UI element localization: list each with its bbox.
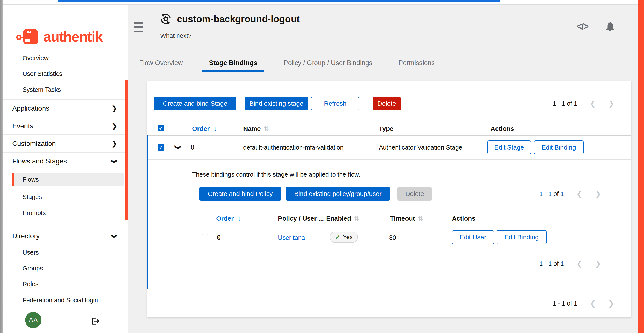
edit-stage-button[interactable]: Edit Stage	[487, 140, 531, 154]
tab-permissions[interactable]: Permissions	[392, 55, 441, 71]
tab-flow-overview[interactable]: Flow Overview	[133, 55, 189, 71]
expanded-bottom-rule	[148, 289, 620, 289]
pagination-prev-icon[interactable]: ❮	[576, 260, 582, 267]
notifications-bell-icon[interactable]	[604, 21, 616, 32]
sidebar-item-system-tasks[interactable]: System Tasks	[12, 83, 124, 97]
tab-stage-bindings[interactable]: Stage Bindings	[202, 55, 264, 71]
chevron-right-icon: ❯	[112, 105, 117, 112]
bind-existing-stage-button[interactable]: Bind existing stage	[245, 97, 308, 110]
sidebar-section-directory[interactable]: Directory ❯	[3, 227, 128, 244]
sort-icon: ⇅	[354, 215, 359, 222]
sidebar-item-label: Flows	[22, 176, 39, 183]
delete-button[interactable]: Delete	[373, 97, 401, 110]
row-expand-chevron-icon[interactable]: ❯	[174, 145, 182, 150]
pagination-prev-icon[interactable]: ❮	[590, 100, 596, 107]
hamburger-menu-icon[interactable]	[134, 22, 143, 32]
authentik-admin-screen: authentik Overview User Statistics Syste…	[0, 0, 644, 333]
inner-row-rule	[198, 249, 620, 249]
sidebar-item-user-statistics[interactable]: User Statistics	[12, 67, 124, 81]
delete-binding-button-disabled[interactable]: Delete	[397, 187, 432, 201]
pagination-prev-icon[interactable]: ❮	[590, 300, 596, 307]
loading-progress-bar	[58, 0, 500, 2]
sidebar-item-stages[interactable]: Stages	[12, 190, 124, 204]
header-icons: </>	[576, 21, 616, 32]
create-and-bind-stage-button[interactable]: Create and bind Stage	[154, 97, 236, 110]
tab-label: Flow Overview	[139, 59, 183, 67]
inner-cell-policy-user-link[interactable]: User tana	[278, 234, 305, 241]
column-label: Policy / User ...	[278, 215, 324, 222]
tab-label: Permissions	[398, 59, 435, 67]
inner-cell-order: 0	[217, 234, 221, 241]
sidebar-item-flows[interactable]: Flows	[12, 173, 124, 186]
sidebar-divider	[3, 224, 128, 225]
chevron-down-icon: ❯	[111, 158, 118, 164]
tab-label: Policy / Group / User Bindings	[284, 59, 372, 67]
pagination-next-icon[interactable]: ❯	[608, 100, 614, 107]
sidebar-section-events[interactable]: Events ❯	[3, 117, 128, 135]
tab-label: Stage Bindings	[209, 59, 258, 67]
page-scrollbar[interactable]	[638, 0, 644, 333]
pagination-next-icon[interactable]: ❯	[608, 300, 614, 307]
table-header-rule	[147, 135, 631, 136]
authentik-logo[interactable]: authentik	[16, 28, 102, 46]
inner-column-header-actions: Actions	[452, 215, 476, 222]
column-label: Actions	[490, 125, 514, 132]
enabled-label: Yes	[343, 234, 353, 241]
inner-pagination-top: 1 - 1 of 1 ❮ ❯	[540, 190, 601, 197]
sidebar-item-label: Federation and Social login	[22, 297, 98, 304]
pagination-next-icon[interactable]: ❯	[595, 260, 601, 267]
sidebar-item-label: Stages	[22, 193, 42, 200]
inner-select-all-checkbox[interactable]	[202, 215, 208, 221]
column-label: Order	[216, 215, 234, 222]
pagination-bottom: 1 - 1 of 1 ❮ ❯	[553, 300, 614, 307]
inner-pagination-bottom: 1 - 1 of 1 ❮ ❯	[540, 260, 601, 267]
sidebar-section-label: Events	[12, 122, 33, 130]
column-header-actions: Actions	[490, 125, 514, 132]
pagination-next-icon[interactable]: ❯	[595, 190, 601, 197]
sidebar-scrollbar[interactable]	[125, 80, 128, 220]
sort-descending-icon: ↓	[214, 125, 217, 132]
sidebar-item-overview[interactable]: Overview	[12, 51, 124, 65]
edit-user-button[interactable]: Edit User	[452, 230, 494, 244]
sidebar-item-federation[interactable]: Federation and Social login	[12, 293, 124, 307]
create-and-bind-policy-button[interactable]: Create and bind Policy	[199, 187, 282, 201]
inner-column-header-order[interactable]: Order↓	[216, 215, 241, 222]
sidebar-section-customization[interactable]: Customization ❯	[3, 135, 128, 152]
sidebar-user-row: AA	[3, 312, 128, 333]
sidebar-item-prompts[interactable]: Prompts	[12, 206, 124, 220]
cell-order: 0	[190, 144, 194, 151]
chevron-right-icon: ❯	[112, 122, 117, 130]
inner-column-header-enabled[interactable]: Enabled⇅	[326, 215, 359, 222]
edit-binding-button[interactable]: Edit Binding	[534, 140, 584, 154]
column-header-name[interactable]: Name⇅	[243, 125, 269, 132]
column-label: Type	[379, 125, 394, 132]
inner-row-checkbox[interactable]	[202, 234, 208, 240]
select-all-checkbox[interactable]: ✓	[158, 125, 164, 132]
sidebar-item-users[interactable]: Users	[12, 246, 124, 259]
avatar[interactable]: AA	[25, 312, 42, 328]
inner-edit-binding-button[interactable]: Edit Binding	[496, 230, 546, 244]
tab-policy-group-user-bindings[interactable]: Policy / Group / User Bindings	[277, 55, 379, 71]
inner-column-header-timeout[interactable]: Timeout⇅	[390, 215, 423, 222]
sidebar-item-label: Groups	[22, 265, 43, 272]
sidebar-section-flows-and-stages[interactable]: Flows and Stages ❯	[3, 153, 128, 170]
pagination-prev-icon[interactable]: ❮	[576, 190, 582, 197]
sidebar-item-label: Users	[22, 249, 39, 256]
tab-bar: Flow Overview Stage Bindings Policy / Gr…	[133, 55, 441, 71]
row-checkbox[interactable]: ✓	[158, 144, 164, 151]
sidebar-item-roles[interactable]: Roles	[12, 277, 124, 291]
column-header-order[interactable]: Order↓	[192, 125, 217, 132]
sidebar-section-applications[interactable]: Applications ❯	[3, 100, 128, 117]
sidebar-section-label: Applications	[12, 104, 49, 112]
sidebar-section-label: Directory	[12, 232, 40, 240]
column-label: Order	[192, 125, 210, 132]
column-label: Enabled	[326, 215, 351, 222]
cell-name: default-authentication-mfa-validation	[243, 144, 344, 151]
refresh-button[interactable]: Refresh	[311, 97, 359, 110]
bind-existing-policy-button[interactable]: Bind existing policy/group/user	[286, 187, 390, 201]
sidebar-item-label: System Tasks	[22, 86, 61, 93]
api-code-icon[interactable]: </>	[576, 21, 588, 32]
column-label: Name	[243, 125, 261, 132]
sidebar-item-groups[interactable]: Groups	[12, 261, 124, 275]
logout-icon[interactable]	[91, 317, 100, 326]
